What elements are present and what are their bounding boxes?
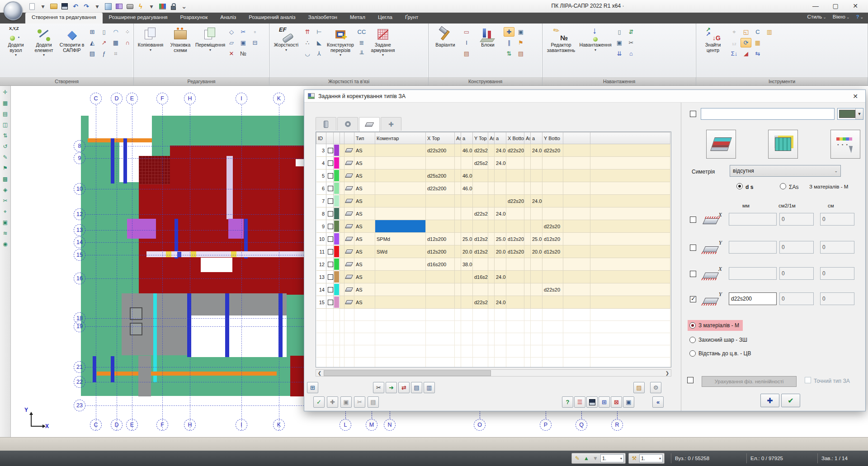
- tab-add-type[interactable]: ✚: [381, 117, 401, 131]
- row-id[interactable]: 14: [316, 283, 326, 296]
- redo-icon[interactable]: ↷: [82, 2, 90, 11]
- cell-x_top[interactable]: [426, 296, 455, 309]
- apply-list-icon[interactable]: ✓: [313, 396, 325, 408]
- add-node-button[interactable]: Додати вузол▾: [3, 25, 29, 57]
- cell-y_top[interactable]: [473, 182, 488, 195]
- column-header[interactable]: a: [461, 132, 473, 144]
- nonlinearity-button[interactable]: Урахування фіз. нелінійності: [702, 376, 797, 387]
- add-element-button[interactable]: Додати елемент▾: [31, 25, 57, 57]
- cell-x_bot[interactable]: d22s20: [506, 195, 524, 207]
- cell-as1[interactable]: [455, 271, 461, 283]
- cell-type[interactable]: AS: [354, 207, 375, 220]
- cell-as3[interactable]: [524, 283, 531, 296]
- find-center-button[interactable]: Знайти центр: [699, 25, 727, 53]
- y-bottom-reinforcement-row-checkbox[interactable]: [690, 296, 696, 302]
- swap-results-icon[interactable]: ⇆: [752, 49, 763, 58]
- row-id[interactable]: 11: [316, 245, 326, 258]
- preload-springs-icon[interactable]: ⇈: [302, 27, 313, 37]
- column-header[interactable]: As: [455, 132, 461, 144]
- cell-y_top[interactable]: [473, 283, 488, 296]
- cell-comment[interactable]: [375, 157, 426, 169]
- distance-value-input[interactable]: [820, 267, 854, 280]
- sheet-tool-icon[interactable]: ▤: [1, 109, 9, 118]
- cell-comment[interactable]: [375, 283, 426, 296]
- tab-bars[interactable]: [316, 117, 336, 131]
- pack-results-icon[interactable]: ▥: [764, 27, 775, 37]
- cell-a3[interactable]: [531, 271, 542, 283]
- cell-a1[interactable]: [461, 271, 473, 283]
- cell-type[interactable]: AS: [354, 271, 375, 283]
- fill-tool-icon[interactable]: ▣: [1, 218, 9, 226]
- maximize-button[interactable]: ▢: [826, 0, 845, 12]
- collapse-icon[interactable]: «: [652, 396, 664, 408]
- cell-y_bot[interactable]: [542, 258, 563, 271]
- cell-x_bot[interactable]: [506, 296, 524, 309]
- column-header[interactable]: [590, 132, 670, 144]
- sum-loads-icon[interactable]: Σ↓: [729, 49, 740, 58]
- block-align-icon[interactable]: ⇅: [504, 49, 514, 58]
- cell-x_bot[interactable]: [506, 182, 524, 195]
- cell-as1[interactable]: [455, 245, 461, 258]
- cell-comment[interactable]: [375, 207, 426, 220]
- hatch-tool-icon[interactable]: ▩: [1, 174, 9, 183]
- cc-values-icon[interactable]: CC: [356, 27, 367, 37]
- cell-a3[interactable]: [531, 220, 542, 233]
- cell-y_top[interactable]: [473, 195, 488, 207]
- cell-comment[interactable]: [375, 195, 426, 207]
- snapshot-icon[interactable]: [126, 2, 134, 11]
- row-checkbox[interactable]: [328, 262, 333, 267]
- column-header[interactable]: [326, 132, 334, 144]
- cell-x_bot[interactable]: [506, 220, 524, 233]
- cell-as2[interactable]: [488, 169, 495, 182]
- cell-as1[interactable]: [455, 144, 461, 157]
- cell-a2[interactable]: 24.00: [495, 157, 506, 169]
- load-copy-icon[interactable]: ▣: [614, 38, 625, 47]
- distance-value-input[interactable]: [820, 213, 854, 226]
- table-h-scrollbar[interactable]: ❮ ❯: [316, 369, 671, 377]
- ribbon-tab-5[interactable]: Розширений аналіз: [242, 13, 302, 24]
- row-id[interactable]: 13: [316, 271, 326, 283]
- column-header[interactable]: [344, 132, 354, 144]
- redo-dropdown-icon[interactable]: ▾: [93, 2, 101, 11]
- waves-tool-icon[interactable]: ≋: [1, 229, 9, 237]
- cell-y_bot[interactable]: [542, 195, 563, 207]
- row-checkbox[interactable]: [328, 274, 333, 280]
- record-tool-icon[interactable]: ◉: [1, 240, 9, 248]
- delete-types-icon[interactable]: ☰: [574, 396, 585, 408]
- row-checkbox[interactable]: [328, 300, 333, 305]
- reinforcement-pattern-input[interactable]: [729, 292, 777, 305]
- cell-type[interactable]: AS: [354, 220, 375, 233]
- dialog-title-bar[interactable]: Задання й коректування типів ЗА ✕: [304, 90, 865, 103]
- renumber-types2-icon[interactable]: ▥: [424, 382, 435, 393]
- cell-x_top[interactable]: d12s200: [426, 245, 455, 258]
- qat-customize-icon[interactable]: ⌄: [180, 2, 188, 11]
- cell-comment[interactable]: [375, 144, 426, 157]
- as-value-input[interactable]: [779, 213, 814, 226]
- masonry-calc-icon[interactable]: ▤: [515, 49, 526, 58]
- pile-icon[interactable]: ╨: [356, 49, 367, 58]
- cut-type-icon[interactable]: ✂: [373, 382, 384, 393]
- ribbon-tab-4[interactable]: Аналіз: [214, 13, 242, 24]
- y-top-reinforcement-row-checkbox[interactable]: [690, 245, 696, 251]
- sort-tool-icon[interactable]: ⇅: [1, 131, 9, 140]
- ribbon-tab-1[interactable]: Створення та редагування: [25, 13, 103, 24]
- cell-y_top[interactable]: d12s20: [473, 233, 488, 245]
- cell-y_top[interactable]: d22s20: [473, 144, 488, 157]
- cell-comment[interactable]: [375, 296, 426, 309]
- cell-a2[interactable]: 24.0: [495, 144, 506, 157]
- as-value-input[interactable]: [779, 292, 814, 305]
- cell-x_bot[interactable]: [506, 283, 524, 296]
- block-copy-icon[interactable]: ▣: [515, 27, 526, 37]
- mode-centroid-radio[interactable]: Відстань до ц.в. - ЦВ: [688, 348, 755, 359]
- steel-profile-icon[interactable]: I: [461, 38, 472, 47]
- cell-as2[interactable]: [488, 283, 495, 296]
- cell-a3[interactable]: [531, 258, 542, 271]
- merge-icon[interactable]: ⊟: [250, 38, 260, 47]
- cell-as3[interactable]: [524, 258, 531, 271]
- add-type-button[interactable]: ✚: [760, 394, 779, 407]
- block-bars-icon[interactable]: ∥: [504, 38, 514, 47]
- row-id[interactable]: 4: [316, 157, 326, 169]
- cell-as1[interactable]: [455, 207, 461, 220]
- tools-icon[interactable]: ⚙: [650, 382, 661, 393]
- cell-as1[interactable]: [455, 182, 461, 195]
